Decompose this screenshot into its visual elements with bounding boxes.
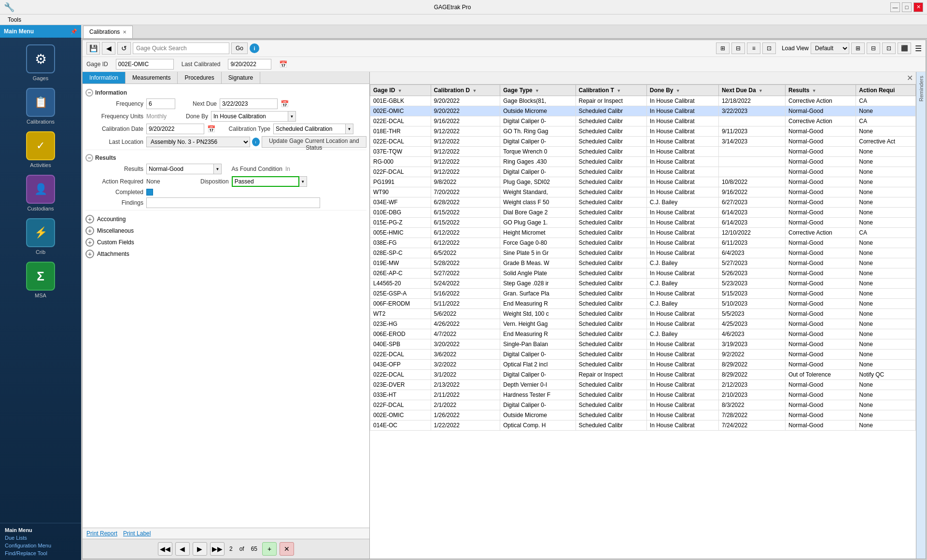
done-by-input[interactable] — [211, 111, 288, 122]
tab-calibrations[interactable]: Calibrations ✕ — [83, 26, 133, 38]
nav-add-button[interactable]: + — [262, 542, 277, 556]
table-row[interactable]: 026E-AP-C5/27/2022Solid Angle PlateSched… — [370, 268, 916, 279]
custom-fields-section[interactable]: + Custom Fields — [85, 237, 366, 248]
sidebar-item-calibrations[interactable]: 📋 Calibrations — [7, 85, 74, 127]
table-row[interactable]: RG-0009/12/2022Ring Gages .430Scheduled … — [370, 157, 916, 167]
completed-checkbox[interactable] — [146, 189, 153, 196]
data-grid[interactable]: Gage ID ▼ Calibration D ▼ Gage Type ▼ Ca… — [370, 84, 916, 559]
table-row[interactable]: WT25/6/2022Weight Std, 100 cScheduled Ca… — [370, 309, 916, 319]
results-collapse-icon[interactable]: − — [85, 154, 93, 162]
nav-first-button[interactable]: ◀◀ — [158, 542, 172, 556]
export-icon-2[interactable]: ⊟ — [867, 42, 880, 54]
nav-delete-button[interactable]: ✕ — [280, 542, 294, 556]
miscellaneous-expand-icon[interactable]: + — [85, 226, 94, 235]
table-row[interactable]: WT907/20/2022Weight Standard,Scheduled C… — [370, 187, 916, 197]
close-button[interactable]: ✕ — [913, 2, 923, 12]
export-icon-1[interactable]: ⊞ — [851, 42, 865, 54]
col-action[interactable]: Action Requi — [856, 85, 916, 96]
table-row[interactable]: 023E-DVER2/13/2022Depth Vernier 0-ISched… — [370, 380, 916, 390]
calibration-date-input[interactable] — [146, 124, 204, 134]
sidebar-item-custodians[interactable]: 👤 Custodians — [7, 172, 74, 214]
load-view-select[interactable]: Default — [811, 42, 849, 54]
next-due-input[interactable] — [220, 98, 278, 109]
table-row[interactable]: L44565-205/24/2022Step Gage .028 irSched… — [370, 279, 916, 289]
table-row[interactable]: 028E-SP-C6/5/2022Sine Plate 5 in GrSched… — [370, 248, 916, 258]
findings-input[interactable] — [146, 197, 320, 208]
table-row[interactable]: 033E-HT2/11/2022Hardness Tester FSchedul… — [370, 390, 916, 400]
sidebar-item-gages[interactable]: ⚙ Gages — [7, 42, 74, 84]
next-due-calendar-icon[interactable]: 📅 — [281, 100, 289, 108]
col-gage-id[interactable]: Gage ID ▼ — [370, 85, 431, 96]
table-row[interactable]: 018E-THR9/12/2022GO Th. Ring GagSchedule… — [370, 126, 916, 137]
col-gage-type[interactable]: Gage Type ▼ — [500, 85, 576, 96]
col-results[interactable]: Results ▼ — [786, 85, 856, 96]
table-row[interactable]: 022F-DCAL9/12/2022Digital Caliper 0-Sche… — [370, 167, 916, 177]
maximize-button[interactable]: □ — [902, 2, 912, 12]
table-row[interactable]: 006F-ERODM5/11/2022End Measuring RSchedu… — [370, 299, 916, 309]
sub-tab-information[interactable]: Information — [83, 72, 126, 84]
print-report-link[interactable]: Print Report — [86, 530, 117, 537]
accounting-expand-icon[interactable]: + — [85, 215, 94, 224]
table-row[interactable]: 005E-HMIC6/12/2022Height MicrometSchedul… — [370, 228, 916, 238]
table-row[interactable]: 038E-FG6/12/2022Force Gage 0-80Scheduled… — [370, 238, 916, 248]
table-row[interactable]: 019E-MW5/28/2022Grade B Meas. WScheduled… — [370, 258, 916, 268]
table-row[interactable]: PG19919/8/2022Plug Gage, SDI02Scheduled … — [370, 177, 916, 187]
table-row[interactable]: 034E-WF6/28/2022Weight class F 50Schedul… — [370, 197, 916, 208]
table-row[interactable]: 022E-DCAL9/12/2022Digital Caliper 0-Sche… — [370, 137, 916, 147]
sidebar-footer-due-lists[interactable]: Due Lists — [5, 534, 76, 542]
location-info-btn[interactable]: i — [252, 138, 260, 146]
view-icon-4[interactable]: ⊡ — [762, 42, 776, 54]
view-icon-3[interactable]: ≡ — [747, 42, 760, 54]
calendar-icon[interactable]: 📅 — [279, 60, 287, 68]
results-input[interactable] — [146, 164, 214, 174]
table-row[interactable]: 022E-DCAL9/16/2022Digital Caliper 0-Sche… — [370, 116, 916, 126]
back-button[interactable]: ◀ — [102, 42, 115, 55]
gage-id-input[interactable] — [116, 59, 174, 70]
sidebar-footer-find-replace[interactable]: Find/Replace Tool — [5, 549, 76, 557]
accounting-section[interactable]: + Accounting — [85, 213, 366, 225]
grid-close-button[interactable]: ✕ — [907, 73, 913, 83]
tab-close-button[interactable]: ✕ — [123, 29, 126, 35]
sub-tab-signature[interactable]: Signature — [222, 72, 260, 84]
info-button[interactable]: i — [250, 43, 259, 53]
frequency-input[interactable] — [146, 98, 175, 109]
table-row[interactable]: 001E-GBLK9/20/2022Gage Blocks(81,Repair … — [370, 96, 916, 106]
sidebar-item-msa[interactable]: Σ MSA — [7, 259, 74, 301]
go-button[interactable]: Go — [231, 42, 248, 54]
search-input[interactable] — [133, 42, 229, 54]
done-by-dropdown-btn[interactable]: ▼ — [288, 111, 296, 122]
col-done-by[interactable]: Done By ▼ — [646, 85, 718, 96]
save-button[interactable]: 💾 — [86, 42, 100, 55]
table-row[interactable]: 043E-OFP3/2/2022Optical Flat 2 inclSched… — [370, 360, 916, 370]
table-row[interactable]: 023E-HG4/26/2022Vern. Height GagSchedule… — [370, 319, 916, 329]
col-cal-type[interactable]: Calibration T ▼ — [576, 85, 646, 96]
cal-date-calendar-icon[interactable]: 📅 — [207, 125, 215, 133]
last-location-select[interactable]: Assembly No. 3 - PN2356 — [146, 137, 250, 147]
minimize-button[interactable]: — — [890, 2, 900, 12]
nav-last-button[interactable]: ▶▶ — [210, 542, 225, 556]
sidebar-footer-main-menu[interactable]: Main Menu — [5, 526, 76, 534]
col-next-due[interactable]: Next Due Da ▼ — [718, 85, 785, 96]
export-icon-4[interactable]: ⬛ — [898, 42, 911, 54]
calibration-type-input[interactable] — [273, 124, 346, 134]
attachments-section[interactable]: + Attachments — [85, 248, 366, 260]
results-dropdown-btn[interactable]: ▼ — [214, 164, 222, 174]
table-row[interactable]: 037E-TQW9/12/2022Torque Wrench 0Schedule… — [370, 147, 916, 157]
sidebar-pin[interactable]: 📌 — [70, 28, 77, 35]
last-calibrated-input[interactable] — [228, 59, 271, 70]
view-icon-2[interactable]: ⊟ — [731, 42, 745, 54]
grid-menu-icon[interactable]: ☰ — [915, 44, 922, 53]
menu-tools[interactable]: Tools — [4, 15, 25, 24]
table-row[interactable]: 022F-DCAL2/1/2022Digital Caliper 0-Sched… — [370, 400, 916, 410]
col-cal-date[interactable]: Calibration D ▼ — [431, 85, 500, 96]
print-label-link[interactable]: Print Label — [123, 530, 151, 537]
sidebar-footer-config[interactable]: Configuration Menu — [5, 542, 76, 549]
nav-next-button[interactable]: ▶ — [193, 542, 207, 556]
disposition-input[interactable] — [232, 176, 299, 187]
table-row[interactable]: 015E-PG-Z6/15/2022GO Plug Gage 1.Schedul… — [370, 218, 916, 228]
table-row[interactable]: 022E-DCAL3/1/2022Digital Caliper 0-Repai… — [370, 370, 916, 380]
sub-tab-procedures[interactable]: Procedures — [178, 72, 221, 84]
table-row[interactable]: 006E-EROD4/7/2022End Measuring RSchedule… — [370, 329, 916, 339]
miscellaneous-section[interactable]: + Miscellaneous — [85, 225, 366, 237]
table-row[interactable]: 025E-GSP-A5/16/2022Gran. Surface PlaSche… — [370, 289, 916, 299]
